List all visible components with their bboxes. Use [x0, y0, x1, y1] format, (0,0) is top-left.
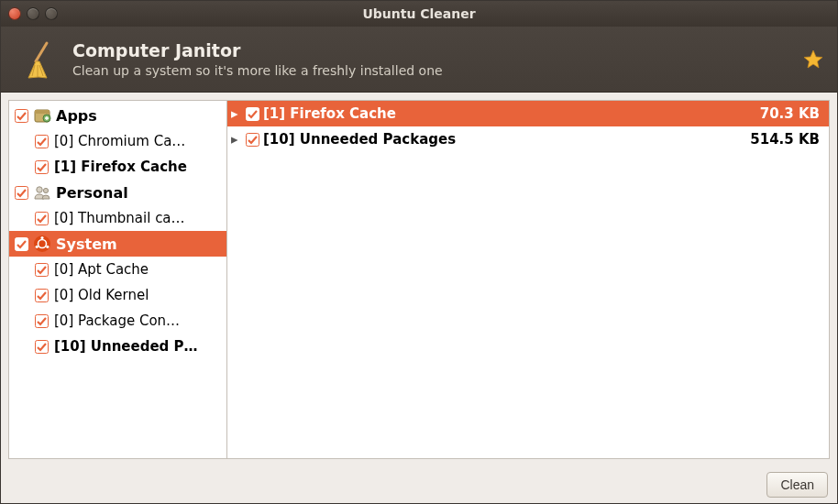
expand-arrow-icon[interactable]: ▸	[231, 105, 242, 122]
apps-icon	[32, 105, 52, 126]
window-controls	[8, 7, 58, 20]
sidebar-item-label: [0] Apt Cache	[54, 261, 149, 278]
content-row[interactable]: ▸[10] Unneeded Packages514.5 KB	[227, 126, 829, 152]
content-row-label: [10] Unneeded Packages	[263, 131, 456, 148]
content-row[interactable]: ▸[1] Firefox Cache70.3 KB	[227, 101, 829, 126]
svg-rect-4	[16, 109, 28, 122]
close-icon[interactable]	[8, 7, 21, 20]
content-row-size: 70.3 KB	[760, 105, 820, 122]
system-icon	[32, 234, 52, 254]
sidebar-category-system[interactable]: System	[9, 231, 226, 257]
sidebar-item[interactable]: [10] Unneeded P…	[9, 334, 226, 359]
svg-point-18	[36, 246, 39, 248]
svg-line-0	[36, 43, 47, 61]
content-row-size: 514.5 KB	[750, 131, 820, 148]
content-row-label: [1] Firefox Cache	[263, 105, 396, 122]
svg-rect-22	[36, 314, 49, 327]
page-header: Computer Janitor Clean up a system so it…	[1, 27, 837, 93]
sidebar-item[interactable]: [0] Chromium Ca…	[9, 128, 226, 154]
sidebar-item[interactable]: [0] Apt Cache	[9, 257, 226, 282]
sidebar-category-apps[interactable]: Apps	[9, 103, 226, 128]
svg-rect-21	[36, 289, 49, 301]
svg-point-19	[46, 246, 49, 248]
svg-rect-6	[35, 110, 50, 114]
svg-rect-9	[36, 160, 49, 173]
sidebar-item[interactable]: [1] Firefox Cache	[9, 154, 226, 180]
window-title: Ubuntu Cleaner	[1, 6, 837, 21]
svg-rect-25	[247, 133, 259, 146]
sidebar-category-personal[interactable]: Personal	[9, 180, 226, 205]
personal-icon	[32, 182, 52, 203]
minimize-icon[interactable]	[27, 7, 39, 20]
svg-rect-13	[36, 212, 49, 225]
bottom-bar: Clean	[1, 466, 837, 503]
category-label: Apps	[56, 107, 97, 125]
clean-button[interactable]: Clean	[766, 472, 828, 498]
content-panel: ▸[1] Firefox Cache70.3 KB▸[10] Unneeded …	[227, 101, 829, 458]
category-label: System	[56, 236, 117, 253]
header-subtitle: Clean up a system so it's more like a fr…	[72, 63, 802, 78]
svg-rect-8	[36, 135, 49, 148]
sidebar-item[interactable]: [0] Package Con…	[9, 308, 226, 334]
svg-rect-14	[16, 237, 28, 250]
sidebar: Apps[0] Chromium Ca…[1] Firefox CachePer…	[9, 101, 227, 458]
svg-rect-24	[247, 107, 259, 120]
maximize-icon[interactable]	[45, 7, 58, 20]
star-icon[interactable]	[802, 49, 824, 71]
sidebar-item[interactable]: [0] Thumbnail ca…	[9, 205, 226, 231]
sidebar-item-label: [0] Chromium Ca…	[54, 133, 185, 149]
sidebar-item-label: [1] Firefox Cache	[54, 159, 187, 175]
svg-rect-20	[36, 263, 49, 276]
sidebar-item-label: [0] Package Con…	[54, 312, 180, 329]
svg-rect-10	[16, 186, 28, 199]
sidebar-item-label: [0] Thumbnail ca…	[54, 210, 185, 226]
broom-icon	[17, 38, 61, 82]
expand-arrow-icon[interactable]: ▸	[231, 131, 242, 148]
svg-point-12	[43, 188, 48, 192]
svg-point-17	[40, 236, 43, 239]
category-label: Personal	[56, 184, 128, 202]
header-title: Computer Janitor	[72, 40, 802, 61]
title-bar: Ubuntu Cleaner	[1, 1, 837, 27]
sidebar-item[interactable]: [0] Old Kernel	[9, 282, 226, 308]
svg-point-11	[37, 187, 42, 192]
sidebar-item-label: [0] Old Kernel	[54, 287, 149, 303]
svg-rect-23	[36, 340, 49, 353]
sidebar-item-label: [10] Unneeded P…	[54, 338, 198, 355]
main-panel: Apps[0] Chromium Ca…[1] Firefox CachePer…	[8, 100, 830, 459]
